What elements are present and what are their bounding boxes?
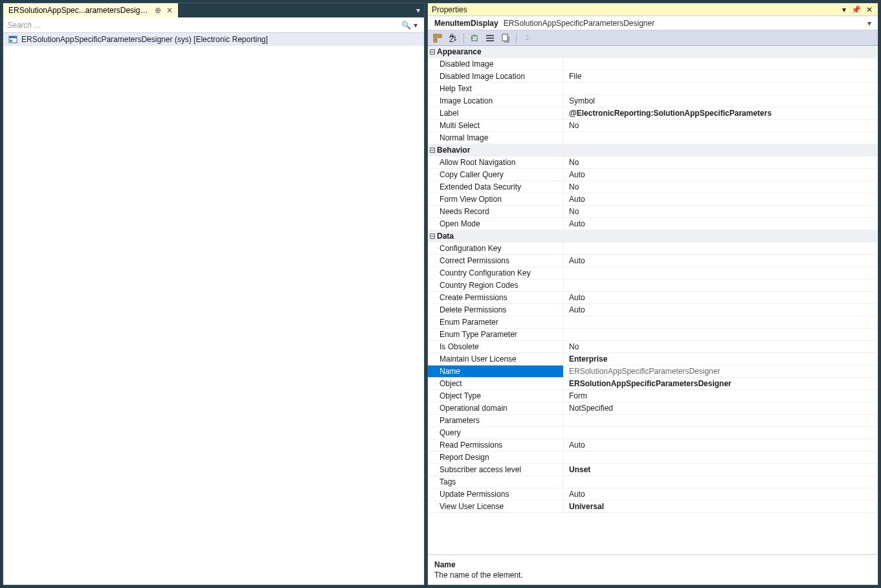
property-row[interactable]: Country Region Codes [428, 279, 878, 292]
property-row[interactable]: Enum Type Parameter [428, 329, 878, 341]
property-row[interactable]: Copy Caller QueryAuto [428, 169, 878, 181]
property-row[interactable]: Operational domainNotSpecified [428, 402, 878, 415]
property-row[interactable]: Image LocationSymbol [428, 95, 878, 107]
property-value[interactable]: Enterprise [564, 353, 878, 365]
property-value[interactable] [564, 415, 878, 426]
window-dropdown-icon[interactable]: ▾ [841, 5, 847, 14]
property-row[interactable]: Delete PermissionsAuto [428, 304, 878, 316]
property-row[interactable]: Enum Parameter [428, 316, 878, 329]
close-icon[interactable]: ✕ [166, 6, 173, 15]
property-value[interactable] [564, 279, 878, 291]
property-value[interactable]: ERSolutionAppSpecificParametersDesigner [564, 365, 878, 377]
property-row[interactable]: Read PermissionsAuto [428, 439, 878, 452]
pin-icon[interactable]: 📌 [850, 5, 862, 14]
property-value[interactable] [564, 132, 878, 144]
property-value[interactable]: Auto [564, 304, 878, 316]
property-row[interactable]: Country Configuration Key [428, 267, 878, 279]
property-row[interactable]: Update PermissionsAuto [428, 488, 878, 501]
search-icon[interactable]: 🔍 [401, 21, 411, 30]
property-row[interactable]: Allow Root NavigationNo [428, 157, 878, 169]
categorized-button[interactable] [430, 32, 445, 45]
tree-view[interactable]: ERSolutionAppSpecificParametersDesigner … [3, 33, 424, 585]
property-value[interactable] [564, 267, 878, 279]
property-value[interactable]: No [564, 157, 878, 168]
property-value[interactable]: Auto [564, 193, 878, 205]
show-all-button[interactable] [483, 32, 497, 45]
property-value[interactable]: No [564, 181, 878, 193]
property-row[interactable]: Multi SelectNo [428, 120, 878, 132]
property-value[interactable] [564, 58, 878, 70]
search-input[interactable] [7, 21, 401, 30]
property-value[interactable]: No [564, 341, 878, 353]
property-row[interactable]: Form View OptionAuto [428, 193, 878, 206]
property-name: Configuration Key [428, 243, 564, 254]
property-value[interactable] [564, 243, 878, 254]
property-value[interactable] [564, 427, 878, 439]
extensions-button[interactable] [467, 32, 482, 45]
property-row[interactable]: Subscriber access levelUnset [428, 464, 878, 476]
property-name: Multi Select [428, 120, 564, 131]
property-row[interactable]: Object TypeForm [428, 390, 878, 402]
property-value[interactable]: ERSolutionAppSpecificParametersDesigner [564, 378, 878, 389]
tab-overflow-dropdown-icon[interactable]: ▾ [412, 3, 424, 17]
property-name: Open Mode [428, 218, 564, 230]
alphabetical-button[interactable]: AZ [446, 32, 460, 45]
property-value[interactable] [564, 476, 878, 488]
property-row[interactable]: Query [428, 427, 878, 439]
collapse-icon[interactable]: ⊟ [428, 144, 437, 156]
property-value[interactable]: NotSpecified [564, 402, 878, 414]
property-row[interactable]: Needs RecordNo [428, 206, 878, 218]
property-value[interactable]: Auto [564, 439, 878, 451]
property-value[interactable]: Universal [564, 501, 878, 512]
collapse-icon[interactable]: ⊟ [428, 230, 437, 242]
category-row[interactable]: ⊟Appearance [428, 46, 878, 58]
property-grid[interactable]: ⊟AppearanceDisabled ImageDisabled Image … [428, 46, 878, 554]
property-pages-button[interactable] [498, 32, 513, 45]
tree-root-item[interactable]: ERSolutionAppSpecificParametersDesigner … [3, 33, 424, 46]
property-row[interactable]: Create PermissionsAuto [428, 292, 878, 304]
property-row[interactable]: Label@ElectronicReporting:SolutionAppSpe… [428, 107, 878, 120]
object-dropdown-icon[interactable]: ▾ [867, 19, 871, 28]
property-value[interactable] [564, 452, 878, 463]
property-row[interactable]: Open ModeAuto [428, 218, 878, 230]
property-row[interactable]: NameERSolutionAppSpecificParametersDesig… [428, 365, 878, 378]
property-row[interactable]: Tags [428, 476, 878, 488]
property-row[interactable]: ObjectERSolutionAppSpecificParametersDes… [428, 378, 878, 390]
property-value[interactable]: Unset [564, 464, 878, 475]
search-dropdown-icon[interactable]: ▾ [411, 21, 420, 30]
property-value[interactable] [564, 316, 878, 328]
property-value[interactable] [564, 83, 878, 94]
property-name: Enum Parameter [428, 316, 564, 328]
wrench-button[interactable] [520, 32, 534, 45]
property-row[interactable]: Parameters [428, 415, 878, 427]
pin-icon[interactable]: ⊕ [155, 6, 161, 15]
property-row[interactable]: View User LicenseUniversal [428, 501, 878, 513]
property-value[interactable]: Form [564, 390, 878, 402]
property-row[interactable]: Disabled Image LocationFile [428, 71, 878, 83]
property-row[interactable]: Extended Data SecurityNo [428, 181, 878, 193]
property-row[interactable]: Disabled Image [428, 58, 878, 71]
property-row[interactable]: Is ObsoleteNo [428, 341, 878, 353]
property-value[interactable]: File [564, 71, 878, 82]
property-row[interactable]: Report Design [428, 452, 878, 464]
property-row[interactable]: Maintain User LicenseEnterprise [428, 353, 878, 365]
property-row[interactable]: Normal Image [428, 132, 878, 144]
category-row[interactable]: ⊟Data [428, 230, 878, 243]
property-row[interactable]: Configuration Key [428, 243, 878, 255]
property-value[interactable] [564, 329, 878, 340]
property-row[interactable]: Correct PermissionsAuto [428, 255, 878, 267]
property-value[interactable]: Auto [564, 488, 878, 500]
property-value[interactable]: Symbol [564, 95, 878, 107]
property-value[interactable]: @ElectronicReporting:SolutionAppSpecific… [564, 107, 878, 119]
collapse-icon[interactable]: ⊟ [428, 46, 437, 58]
close-icon[interactable]: ✕ [865, 5, 874, 14]
category-row[interactable]: ⊟Behavior [428, 144, 878, 157]
document-tab-active[interactable]: ERSolutionAppSpec...arametersDesigner ⊕ … [3, 3, 178, 17]
property-value[interactable]: No [564, 120, 878, 131]
property-value[interactable]: Auto [564, 169, 878, 180]
property-value[interactable]: Auto [564, 292, 878, 303]
property-row[interactable]: Help Text [428, 83, 878, 95]
property-value[interactable]: Auto [564, 218, 878, 230]
property-value[interactable]: No [564, 206, 878, 217]
property-value[interactable]: Auto [564, 255, 878, 267]
